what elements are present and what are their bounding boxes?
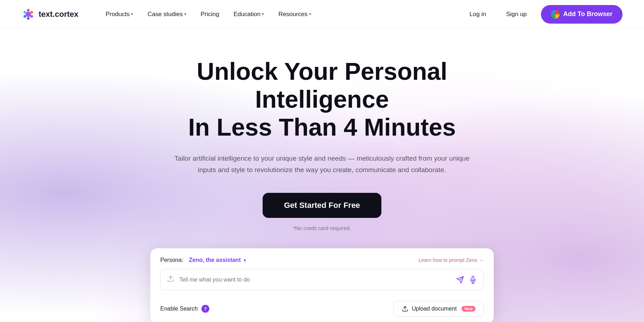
enable-search-label: Enable Search <box>160 306 198 312</box>
svg-point-4 <box>27 17 30 20</box>
upload-icon <box>167 275 174 284</box>
chrome-icon <box>551 10 560 19</box>
nav-label-pricing: Pricing <box>201 11 219 18</box>
nav-links: Products ▾ Case studies ▾ Pricing Educat… <box>100 8 464 21</box>
upload-document-button[interactable]: Upload document New <box>394 301 484 317</box>
chevron-down-icon: ▾ <box>309 12 311 16</box>
svg-point-5 <box>24 15 26 18</box>
enable-search-area: Enable Search ? <box>160 305 209 313</box>
svg-point-3 <box>30 15 33 18</box>
chat-input[interactable] <box>179 277 451 283</box>
hero-title: Unlock Your Personal Intelligence In Les… <box>161 57 483 141</box>
chat-bottom: Enable Search ? Upload document New <box>150 296 494 322</box>
no-card-text: *No credit card required. <box>293 225 351 231</box>
nav-label-education: Education <box>234 11 261 18</box>
chevron-down-icon: ▾ <box>131 12 133 16</box>
nav-item-education[interactable]: Education ▾ <box>228 8 270 21</box>
signup-button[interactable]: Sign up <box>501 8 533 21</box>
navbar: text.cortex Products ▾ Case studies ▾ Pr… <box>0 0 644 29</box>
nav-label-products: Products <box>106 11 130 18</box>
svg-point-0 <box>25 11 31 17</box>
learn-prompt-link[interactable]: Learn how to prompt Zeno → <box>419 257 484 263</box>
nav-label-case-studies: Case studies <box>147 11 182 18</box>
persona-prefix-label: Persona: <box>160 257 183 263</box>
get-started-button[interactable]: Get Started For Free <box>263 193 382 218</box>
logo-icon <box>21 8 35 21</box>
help-icon[interactable]: ? <box>201 305 209 313</box>
persona-name: Zeno, the assistant <box>189 257 241 263</box>
send-icon[interactable] <box>456 276 464 284</box>
chat-input-area <box>160 269 484 290</box>
add-to-browser-button[interactable]: Add To Browser <box>541 5 623 24</box>
add-to-browser-label: Add To Browser <box>563 10 613 18</box>
login-button[interactable]: Log in <box>464 8 492 21</box>
brand-name: text.cortex <box>39 10 78 19</box>
chat-widget: Persona: Zeno, the assistant ▾ Learn how… <box>150 248 494 322</box>
new-badge: New <box>462 306 475 312</box>
nav-item-resources[interactable]: Resources ▾ <box>273 8 317 21</box>
svg-point-1 <box>27 9 30 11</box>
upload-doc-label: Upload document <box>412 306 457 312</box>
persona-chevron-icon: ▾ <box>244 258 246 263</box>
mic-icon[interactable] <box>469 276 477 284</box>
logo[interactable]: text.cortex <box>21 8 78 21</box>
hero-subtitle: Tailor artificial intelligence to your u… <box>168 153 476 176</box>
nav-item-case-studies[interactable]: Case studies ▾ <box>142 8 192 21</box>
nav-item-products[interactable]: Products ▾ <box>100 8 139 21</box>
chevron-down-icon: ▾ <box>184 12 186 16</box>
svg-point-6 <box>24 11 26 14</box>
svg-point-2 <box>30 11 33 14</box>
nav-item-pricing[interactable]: Pricing <box>195 8 225 21</box>
chevron-down-icon: ▾ <box>262 12 264 16</box>
upload-doc-icon <box>402 306 408 312</box>
nav-right: Log in Sign up Add To Browser <box>464 5 623 24</box>
persona-selector[interactable]: Persona: Zeno, the assistant ▾ <box>160 257 246 263</box>
hero-section: Unlock Your Personal Intelligence In Les… <box>0 29 644 322</box>
chat-top: Persona: Zeno, the assistant ▾ Learn how… <box>150 248 494 269</box>
nav-label-resources: Resources <box>278 11 307 18</box>
